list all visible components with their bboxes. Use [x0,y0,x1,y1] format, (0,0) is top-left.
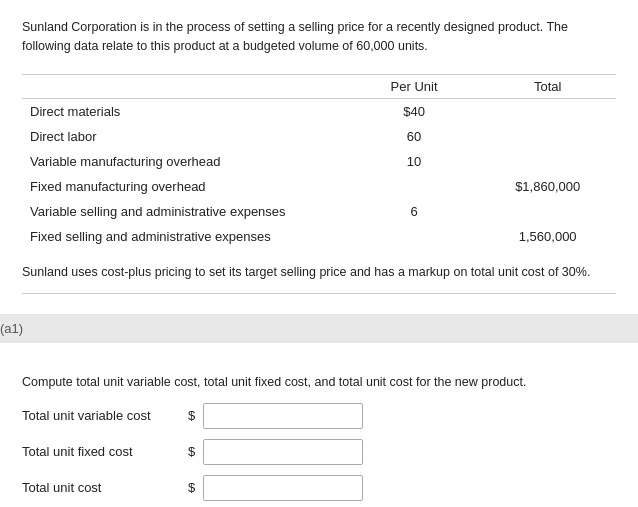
dollar-sign: $ [188,444,195,459]
table-row: Direct labor60 [22,124,616,149]
dollar-sign: $ [188,480,195,495]
table-row: Fixed selling and administrative expense… [22,224,616,249]
row-perunit: 6 [349,199,480,224]
markup-paragraph: Sunland uses cost-plus pricing to set it… [22,265,616,279]
row-total: 1,560,000 [479,224,616,249]
answer-input[interactable] [203,439,363,465]
data-table: Per Unit Total Direct materials$40Direct… [22,74,616,249]
row-total [479,199,616,224]
row-label: Direct labor [22,124,349,149]
section-header: (a1) [0,314,638,343]
row-perunit [349,174,480,199]
answer-input[interactable] [203,475,363,501]
input-label: Total unit cost [22,480,182,495]
compute-instructions: Compute total unit variable cost, total … [22,375,616,389]
section-label: (a1) [0,321,23,336]
inputs-container: Total unit variable cost$Total unit fixe… [22,403,616,501]
section-body-inner: Compute total unit variable cost, total … [22,361,616,508]
row-label: Variable selling and administrative expe… [22,199,349,224]
row-label: Fixed manufacturing overhead [22,174,349,199]
section-body: Compute total unit variable cost, total … [0,343,638,508]
col-header-total: Total [479,74,616,98]
row-label: Direct materials [22,98,349,124]
row-label: Variable manufacturing overhead [22,149,349,174]
input-row: Total unit fixed cost$ [22,439,616,465]
row-perunit [349,224,480,249]
table-row: Variable selling and administrative expe… [22,199,616,224]
table-row: Direct materials$40 [22,98,616,124]
row-label: Fixed selling and administrative expense… [22,224,349,249]
row-perunit: 60 [349,124,480,149]
col-header-perunit: Per Unit [349,74,480,98]
dollar-sign: $ [188,408,195,423]
table-row: Fixed manufacturing overhead$1,860,000 [22,174,616,199]
row-total: $1,860,000 [479,174,616,199]
input-row: Total unit cost$ [22,475,616,501]
input-label: Total unit fixed cost [22,444,182,459]
answer-input[interactable] [203,403,363,429]
main-content: Sunland Corporation is in the process of… [0,0,638,314]
col-header-label [22,74,349,98]
row-perunit: $40 [349,98,480,124]
input-label: Total unit variable cost [22,408,182,423]
row-perunit: 10 [349,149,480,174]
row-total [479,98,616,124]
table-row: Variable manufacturing overhead10 [22,149,616,174]
intro-paragraph: Sunland Corporation is in the process of… [22,18,616,56]
row-total [479,149,616,174]
divider [22,293,616,294]
input-row: Total unit variable cost$ [22,403,616,429]
row-total [479,124,616,149]
